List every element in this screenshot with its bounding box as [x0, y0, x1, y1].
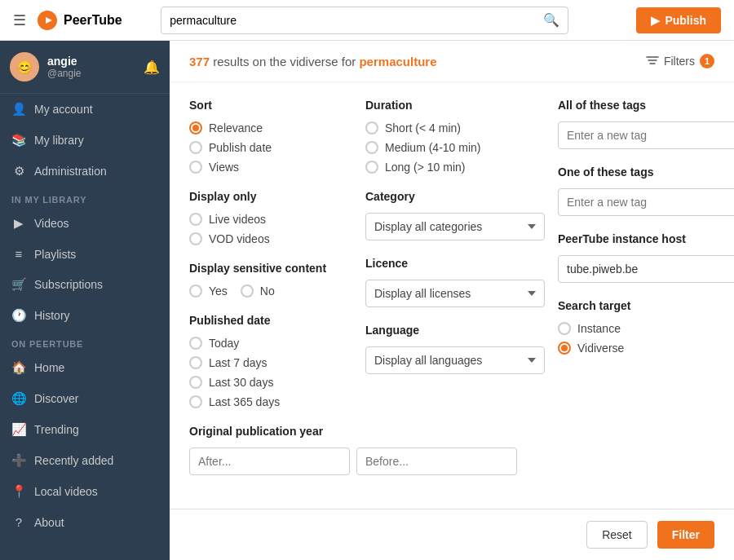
- date-today[interactable]: Today: [189, 337, 352, 350]
- sidebar-label-subscriptions: Subscriptions: [34, 278, 103, 291]
- search-input[interactable]: [170, 14, 543, 27]
- target-instance-radio[interactable]: [558, 322, 571, 335]
- discover-icon: 🌐: [11, 391, 26, 406]
- notification-icon[interactable]: 🔔: [144, 60, 160, 75]
- home-icon: 🏠: [11, 360, 26, 375]
- date-last7-radio[interactable]: [189, 356, 202, 369]
- bottom-bar: Reset Filter: [170, 509, 734, 560]
- result-text: 377 results on the vidiverse for permacu…: [189, 55, 437, 68]
- sidebar-user: 😊 angie @angie 🔔: [0, 41, 170, 94]
- search-target-options: Instance Vidiverse: [558, 322, 734, 355]
- sidebar-item-history[interactable]: 🕐 History: [0, 300, 170, 331]
- content-header: 377 results on the vidiverse for permacu…: [170, 41, 734, 82]
- date-last365[interactable]: Last 365 days: [189, 395, 352, 408]
- sidebar-item-about[interactable]: ? About: [0, 507, 170, 537]
- target-vidiverse-radio[interactable]: [558, 342, 571, 355]
- sidebar-label-my-library: My library: [34, 134, 84, 147]
- sidebar-item-local-videos[interactable]: 📍 Local videos: [0, 476, 170, 507]
- target-instance-label: Instance: [577, 322, 621, 335]
- sidebar-item-subscriptions[interactable]: 🛒 Subscriptions: [0, 269, 170, 300]
- duration-short[interactable]: Short (< 4 min): [365, 121, 545, 134]
- year-after-input[interactable]: [189, 448, 350, 475]
- date-last365-radio[interactable]: [189, 395, 202, 408]
- sensitive-yes[interactable]: Yes: [189, 284, 228, 298]
- display-vod-radio[interactable]: [189, 232, 202, 245]
- duration-medium-radio[interactable]: [365, 141, 378, 154]
- sidebar-item-home[interactable]: 🏠 Home: [0, 352, 170, 383]
- target-instance[interactable]: Instance: [558, 322, 734, 335]
- one-tag-section: One of these tags: [558, 165, 734, 216]
- search-icon[interactable]: 🔍: [543, 12, 559, 28]
- display-live-radio[interactable]: [189, 213, 202, 226]
- duration-section: Duration Short (< 4 min) Medium (4-10 mi…: [365, 99, 545, 174]
- sensitive-no-radio[interactable]: [241, 284, 254, 298]
- date-last365-label: Last 365 days: [209, 395, 280, 408]
- logo[interactable]: PeerTube: [36, 9, 122, 32]
- sort-relevance[interactable]: Relevance: [189, 121, 352, 134]
- sidebar-item-administration[interactable]: ⚙ Administration: [0, 156, 170, 187]
- duration-medium[interactable]: Medium (4-10 min): [365, 141, 545, 154]
- sidebar-item-playlists[interactable]: ≡ Playlists: [0, 239, 170, 269]
- sort-relevance-radio[interactable]: [189, 121, 202, 134]
- sidebar-label-home: Home: [34, 361, 64, 374]
- target-vidiverse[interactable]: Vidiverse: [558, 342, 734, 355]
- logo-icon: [36, 9, 59, 32]
- duration-title: Duration: [365, 99, 545, 112]
- display-only-section: Display only Live videos VOD videos: [189, 190, 352, 245]
- display-live[interactable]: Live videos: [189, 213, 352, 226]
- sort-publish-date-label: Publish date: [209, 141, 272, 154]
- host-input[interactable]: [558, 255, 734, 283]
- publish-label: Publish: [665, 14, 706, 27]
- sidebar-item-discover[interactable]: 🌐 Discover: [0, 383, 170, 414]
- sort-views-radio[interactable]: [189, 161, 202, 174]
- in-my-library-section-label: IN MY LIBRARY: [0, 187, 170, 208]
- year-inputs: [189, 448, 352, 475]
- logo-text: PeerTube: [64, 13, 122, 28]
- licence-select[interactable]: Display all licenses: [365, 280, 545, 307]
- sensitive-title: Display sensitive content: [189, 262, 352, 275]
- duration-long[interactable]: Long (> 10 min): [365, 161, 545, 174]
- filters-badge: 1: [700, 54, 714, 68]
- filters-button[interactable]: Filters 1: [646, 54, 714, 68]
- sensitive-yes-radio[interactable]: [189, 284, 202, 298]
- result-keyword: permaculture: [359, 55, 436, 68]
- user-handle: @angie: [47, 68, 135, 79]
- sensitive-options: Yes No: [189, 284, 352, 298]
- col3: All of these tags One of these tags Peer…: [558, 99, 734, 475]
- duration-long-radio[interactable]: [365, 161, 378, 174]
- sensitive-yes-label: Yes: [209, 284, 228, 298]
- sidebar-item-trending[interactable]: 📈 Trending: [0, 414, 170, 445]
- sidebar-item-my-library[interactable]: 📚 My library: [0, 125, 170, 156]
- sensitive-no[interactable]: No: [241, 284, 275, 298]
- date-last7[interactable]: Last 7 days: [189, 356, 352, 369]
- filter-button[interactable]: Filter: [657, 521, 714, 549]
- publish-button[interactable]: ▶ Publish: [636, 7, 721, 33]
- main-layout: 😊 angie @angie 🔔 👤 My account 📚 My libra…: [0, 41, 734, 560]
- sort-views[interactable]: Views: [189, 161, 352, 174]
- display-vod-label: VOD videos: [209, 232, 270, 245]
- header: ☰ PeerTube 🔍 ▶ Publish: [0, 0, 734, 41]
- hamburger-menu[interactable]: ☰: [13, 11, 26, 29]
- one-tag-input[interactable]: [558, 188, 734, 216]
- date-last30-radio[interactable]: [189, 376, 202, 389]
- duration-short-radio[interactable]: [365, 121, 378, 134]
- licence-title: Licence: [365, 257, 545, 270]
- language-select[interactable]: Display all languages: [365, 346, 545, 374]
- duration-short-label: Short (< 4 min): [385, 121, 461, 134]
- host-section: PeerTube instance host: [558, 232, 734, 283]
- date-today-radio[interactable]: [189, 337, 202, 350]
- all-tags-input[interactable]: [558, 121, 734, 149]
- result-prefix: results on the vidiverse for: [213, 55, 359, 68]
- display-vod[interactable]: VOD videos: [189, 232, 352, 245]
- category-select[interactable]: Display all categories: [365, 213, 545, 240]
- reset-button[interactable]: Reset: [586, 521, 648, 549]
- sort-publish-date-radio[interactable]: [189, 141, 202, 154]
- display-only-title: Display only: [189, 190, 352, 203]
- sidebar-item-videos[interactable]: ▶ Videos: [0, 208, 170, 239]
- search-target-section: Search target Instance Vidiverse: [558, 299, 734, 355]
- sort-publish-date[interactable]: Publish date: [189, 141, 352, 154]
- sidebar-item-recently-added[interactable]: ➕ Recently added: [0, 445, 170, 476]
- sidebar-item-my-account[interactable]: 👤 My account: [0, 94, 170, 125]
- date-last30[interactable]: Last 30 days: [189, 376, 352, 389]
- original-year-title: Original publication year: [189, 425, 352, 438]
